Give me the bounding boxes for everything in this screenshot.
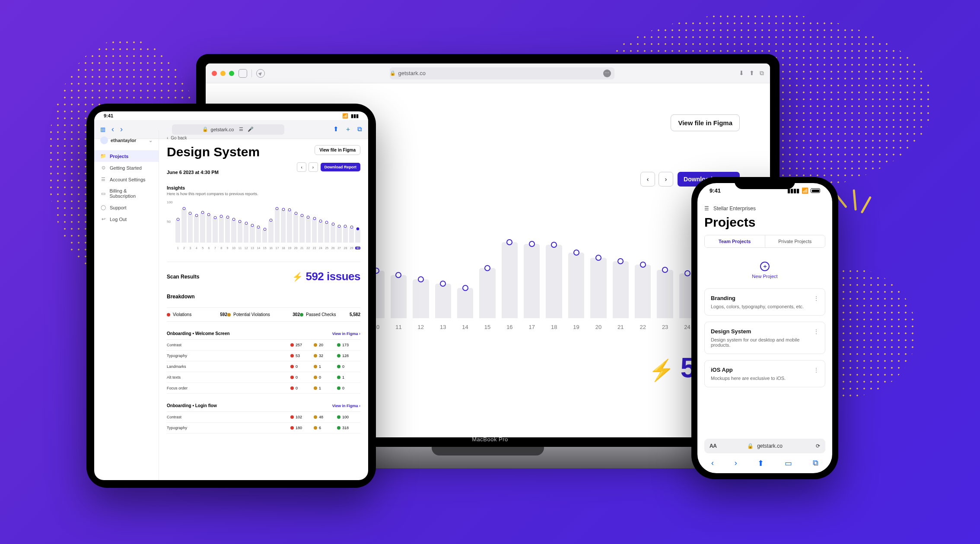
breakdown-heading: Breakdown	[167, 294, 360, 300]
download-icon[interactable]: ⬇︎	[739, 70, 744, 77]
report-nav: ‹ ›	[640, 172, 673, 187]
chart-bar	[281, 209, 286, 243]
reload-icon[interactable]: ⟳	[816, 443, 820, 449]
sidebar-item-billing-subscription[interactable]: ▭Billing & Subscription	[94, 185, 159, 202]
violation-dot-icon	[167, 313, 170, 316]
chart-bar	[213, 218, 217, 243]
chart-point	[418, 276, 424, 282]
chart-bar	[250, 225, 255, 243]
nav-icon: ↩	[100, 216, 106, 222]
status-bar: 9:41 📶 ▮▮▮	[94, 113, 368, 119]
forward-button[interactable]: ›	[735, 459, 737, 468]
chart-point	[331, 222, 334, 225]
sidebar-toggle-icon[interactable]	[239, 69, 247, 78]
iphone-device: 9:41 ▮▮▮▮ 📶 ☰ Stellar Enterprises Projec…	[691, 177, 838, 479]
chart-point	[220, 215, 223, 218]
scan-results-label: Scan Results	[167, 274, 199, 280]
view-in-figma-button[interactable]: View file in Figma	[671, 114, 740, 131]
chart-bar	[349, 227, 354, 243]
chart-bar	[413, 279, 429, 318]
address-bar[interactable]: AA 🔒 getstark.co ⟳	[704, 439, 825, 453]
user-menu[interactable]: ethantaylor ⌄	[94, 136, 159, 150]
chart-point	[232, 218, 235, 221]
more-icon[interactable]: ⋮	[813, 328, 820, 335]
prev-report-button[interactable]: ‹	[297, 162, 306, 172]
chart-point	[183, 207, 186, 210]
macbook-label: MacBook Pro	[472, 436, 508, 443]
project-card[interactable]: Branding Logos, colors, typography, comp…	[704, 288, 825, 316]
address-bar[interactable]: 🔒 getstark.co ⋯	[390, 67, 614, 79]
view-in-figma-link[interactable]: View in Figma ›	[332, 404, 360, 408]
chart-point	[263, 228, 266, 231]
chart-bar	[337, 226, 341, 243]
plus-icon: ＋	[760, 262, 770, 271]
project-card[interactable]: Design System Design system for our desk…	[704, 322, 825, 354]
chart-point	[551, 242, 557, 248]
sidebar-item-log-out[interactable]: ↩Log Out	[94, 213, 159, 225]
passed-dot-icon	[300, 313, 303, 316]
nav-icon: ▭	[100, 191, 106, 196]
chart-point	[257, 226, 260, 229]
prev-report-button[interactable]: ‹	[640, 172, 655, 187]
reader-icon[interactable]: ⋯	[603, 70, 611, 77]
lock-icon: 🔒	[747, 443, 754, 449]
sidebar-item-projects[interactable]: 📁Projects	[94, 150, 159, 162]
chart-point	[288, 208, 291, 211]
text-size-button[interactable]: AA	[710, 443, 716, 449]
chart-bar	[546, 245, 562, 318]
chart-bar	[502, 242, 518, 318]
chart-bar	[188, 213, 193, 243]
chart-bar	[657, 270, 673, 318]
chart-bar	[613, 261, 629, 318]
chart-point	[307, 215, 310, 218]
safari-toolbar: ‹ › ⬆︎ ▭ ⧉	[697, 456, 832, 471]
tabs-icon[interactable]: ⧉	[813, 459, 818, 468]
next-report-button[interactable]: ›	[309, 162, 318, 172]
window-traffic-lights[interactable]	[212, 71, 234, 76]
url-text: getstark.co	[398, 70, 426, 76]
chart-bar	[391, 275, 407, 318]
chart-point	[195, 214, 198, 217]
sidebar-item-support[interactable]: ◯Support	[94, 202, 159, 213]
team-switcher[interactable]: ☰ Stellar Enterprises	[704, 206, 825, 212]
more-icon[interactable]: ⋮	[813, 367, 820, 373]
page-title: Projects	[704, 215, 825, 230]
tabs-icon[interactable]: ⧉	[760, 70, 764, 77]
bolt-icon: ⚡	[292, 272, 303, 282]
share-icon[interactable]: ⬆︎	[757, 459, 764, 468]
new-project-button[interactable]: ＋ New Project	[704, 262, 825, 279]
shield-icon[interactable]	[256, 69, 265, 78]
breakdown-summary: Violations 592 Potential Violations 302 …	[167, 307, 360, 322]
chart-bar	[306, 217, 311, 243]
more-icon[interactable]: ⋮	[813, 295, 820, 302]
chart-bar	[457, 288, 473, 318]
view-in-figma-button[interactable]: View file in Figma	[315, 145, 360, 155]
sidebar-item-account-settings[interactable]: ☰Account Settings	[94, 174, 159, 185]
chart-bar	[207, 215, 211, 243]
chart-bar	[293, 213, 298, 243]
breakdown-row: Contrast 257 20 173	[167, 340, 360, 351]
next-report-button[interactable]: ›	[659, 172, 673, 187]
wifi-icon: 📶	[342, 113, 348, 119]
sidebar-item-getting-started[interactable]: ⊙Getting Started	[94, 162, 159, 174]
insights-subtitle: Here is how this report compares to prev…	[167, 192, 360, 196]
chart-point	[529, 241, 535, 247]
wifi-icon: 📶	[802, 187, 808, 194]
chart-bar	[331, 224, 335, 243]
tab-private-projects[interactable]: Private Projects	[765, 235, 825, 247]
chart-bar	[256, 227, 261, 243]
tab-team-projects[interactable]: Team Projects	[705, 235, 765, 247]
chart-bar	[479, 268, 495, 318]
chart-bar	[312, 218, 317, 243]
bookmarks-icon[interactable]: ▭	[785, 459, 792, 468]
chart-bar	[238, 221, 242, 243]
project-card[interactable]: iOS App Mockups here are exclusive to iO…	[704, 360, 825, 387]
chart-bar	[287, 210, 292, 243]
chart-point	[282, 208, 285, 211]
download-report-button[interactable]: Download Report	[321, 163, 361, 171]
share-icon[interactable]: ⬆︎	[749, 70, 754, 77]
go-back-link[interactable]: ‹ Go back	[167, 136, 360, 140]
chevron-left-icon: ‹	[167, 136, 168, 140]
view-in-figma-link[interactable]: View in Figma ›	[332, 332, 360, 336]
back-button[interactable]: ‹	[711, 459, 714, 468]
